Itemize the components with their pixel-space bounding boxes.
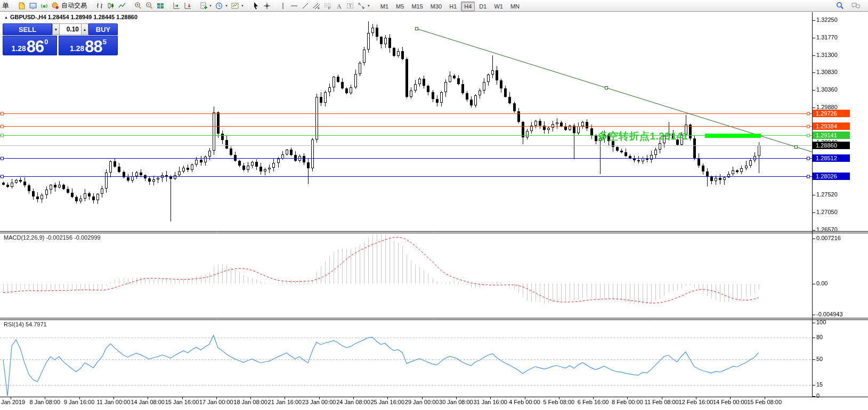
timeframe-button-d1[interactable]: D1 bbox=[476, 2, 490, 11]
timeframe-button-m30[interactable]: M30 bbox=[427, 2, 445, 11]
price-axis-tick: 1.30360 bbox=[816, 86, 838, 93]
price-axis-tick: 1.30830 bbox=[816, 69, 838, 75]
zoom-out-icon[interactable] bbox=[143, 1, 155, 11]
search-icon[interactable] bbox=[834, 1, 846, 11]
level-price-label: 1.29141 bbox=[813, 132, 850, 139]
time-axis-label: 14 Feb 00:00 bbox=[713, 399, 748, 405]
autotrading-icon[interactable] bbox=[50, 1, 61, 11]
fibonacci-icon[interactable]: F bbox=[322, 1, 334, 11]
rsi-axis-tick: 0 bbox=[816, 392, 820, 399]
time-axis-label: 8 Jan 08:00 bbox=[30, 399, 61, 405]
timeframe-button-m5[interactable]: M5 bbox=[393, 2, 407, 11]
time-axis-label: 31 Jan 16:00 bbox=[473, 399, 507, 405]
zoom-in-icon[interactable] bbox=[132, 1, 143, 11]
time-axis-label: 12 Feb 16:00 bbox=[679, 399, 713, 405]
rsi-axis-tick: 50 bbox=[816, 356, 823, 362]
timeframe-button-m1[interactable]: M1 bbox=[377, 2, 392, 11]
sell-price-display[interactable]: 1.28 86 0 bbox=[3, 36, 57, 55]
time-axis-label: 6 Feb 16:00 bbox=[578, 399, 609, 405]
time-axis-label: 7 Jan 2019 bbox=[0, 399, 25, 405]
indicators-icon[interactable] bbox=[198, 1, 209, 11]
chart-shift-icon[interactable] bbox=[182, 1, 193, 11]
timeframe-button-h1[interactable]: H1 bbox=[446, 2, 460, 11]
bar-chart-icon[interactable] bbox=[94, 1, 105, 11]
time-axis-label: 15 Jan 16:00 bbox=[165, 399, 199, 405]
periods-dropdown-caret[interactable]: ▼ bbox=[225, 4, 228, 7]
time-axis-label: 11 Feb 08:00 bbox=[645, 399, 679, 405]
timeframe-button-mn[interactable]: MN bbox=[507, 2, 523, 11]
indicators-dropdown-caret[interactable]: ▼ bbox=[209, 4, 212, 7]
buy-button[interactable]: BUY bbox=[88, 23, 118, 35]
horizontal-line-icon[interactable] bbox=[289, 1, 300, 11]
timeframe-button-m15[interactable]: M15 bbox=[408, 2, 426, 11]
rsi-axis-tick: 80 bbox=[816, 334, 823, 340]
one-click-trading-panel: SELL ▼ 0.10 ▲ BUY 1.28 86 0 1.28 88 5 bbox=[3, 23, 118, 55]
timeframe-button-h4[interactable]: H4 bbox=[461, 2, 475, 11]
time-axis-label: 14 Jan 08:00 bbox=[131, 399, 165, 405]
tile-windows-icon[interactable] bbox=[155, 1, 166, 11]
macd-label: MACD(12,26,9) -0.002156 -0.002999 bbox=[4, 234, 101, 241]
toolbar-separator bbox=[91, 2, 92, 10]
auto-scroll-icon[interactable] bbox=[171, 1, 182, 11]
toolbar-separator bbox=[275, 2, 275, 10]
templates-icon[interactable] bbox=[230, 1, 241, 11]
time-axis-label: 23 Jan 00:00 bbox=[302, 399, 336, 405]
menu-fragment[interactable]: 单 bbox=[2, 1, 9, 11]
text-icon[interactable]: A bbox=[334, 1, 345, 11]
line-chart-icon[interactable] bbox=[116, 1, 127, 11]
turning-point-annotation[interactable]: 多空转折点1.29141 bbox=[598, 129, 688, 143]
arrows-dropdown-caret[interactable]: ▼ bbox=[367, 4, 370, 7]
rsi-axis-tick: 15 bbox=[816, 381, 823, 388]
arrows-icon[interactable] bbox=[356, 1, 367, 11]
chart-canvas[interactable] bbox=[0, 0, 868, 410]
time-axis-label: 24 Jan 08:00 bbox=[336, 399, 370, 405]
chart-title-text: GBPUSD-,H4 1.28454 1.28949 1.28445 1.288… bbox=[10, 14, 137, 20]
price-axis-tick: 1.32250 bbox=[816, 17, 838, 23]
rsi-axis-tick: 100 bbox=[816, 319, 826, 325]
signal-center-icon[interactable] bbox=[38, 1, 50, 11]
collapse-triangle-icon[interactable]: ▲ bbox=[4, 15, 8, 19]
rsi-label: RSI(14) 54.7971 bbox=[4, 321, 47, 327]
volume-increase-button[interactable]: ▲ bbox=[81, 23, 88, 35]
volume-decrease-button[interactable]: ▼ bbox=[52, 23, 60, 35]
periods-icon[interactable] bbox=[214, 1, 225, 11]
level-price-label: 1.28026 bbox=[813, 173, 850, 180]
level-price-label: 1.28512 bbox=[813, 154, 850, 162]
time-axis-label: 17 Jan 00:00 bbox=[199, 399, 233, 405]
sell-button[interactable]: SELL bbox=[3, 23, 52, 35]
sell-price-pips: 86 bbox=[27, 40, 44, 54]
candlestick-chart-icon[interactable] bbox=[105, 1, 116, 11]
svg-text:A: A bbox=[337, 2, 342, 10]
text-label-icon[interactable]: T bbox=[345, 1, 356, 11]
equidistant-channel-icon[interactable]: E bbox=[311, 1, 322, 11]
svg-text:E: E bbox=[318, 6, 320, 10]
time-axis-label: 8 Feb 00:00 bbox=[612, 399, 643, 405]
toolbar-separator bbox=[129, 2, 130, 10]
svg-text:F: F bbox=[328, 6, 330, 10]
time-axis-label: 21 Jan 16:00 bbox=[268, 399, 302, 405]
terminal-icon[interactable] bbox=[27, 1, 38, 11]
buy-price-point: 5 bbox=[103, 38, 107, 45]
vertical-line-icon[interactable] bbox=[278, 1, 289, 11]
timeframe-button-w1[interactable]: W1 bbox=[491, 2, 506, 11]
templates-dropdown-caret[interactable]: ▼ bbox=[241, 4, 244, 7]
current-price-label: 1.28860 bbox=[813, 142, 850, 149]
macd-axis-tick: 0.007216 bbox=[816, 235, 841, 241]
autotrading-label[interactable]: 自动交易 bbox=[61, 1, 87, 10]
toolbar-separator bbox=[195, 2, 196, 10]
time-axis-label: 5 Feb 08:00 bbox=[543, 399, 574, 405]
chat-icon[interactable] bbox=[850, 1, 861, 11]
time-axis-label: 25 Jan 16:00 bbox=[370, 399, 404, 405]
time-axis-label: 4 Feb 00:00 bbox=[509, 399, 540, 405]
cursor-icon[interactable] bbox=[250, 1, 262, 11]
trendline-icon[interactable] bbox=[300, 1, 311, 11]
buy-price-pips: 88 bbox=[85, 40, 102, 54]
crosshair-icon[interactable] bbox=[262, 1, 273, 11]
buy-price-display[interactable]: 1.28 88 5 bbox=[59, 36, 118, 55]
toolbar: 单 自动交易 ▼ ▼ ▼ E F A T ▼ M1M5M15M30H1H4D1W… bbox=[0, 0, 868, 12]
new-order-icon[interactable] bbox=[16, 1, 27, 11]
svg-text:T: T bbox=[349, 3, 352, 9]
timeframe-group: M1M5M15M30H1H4D1W1MN bbox=[377, 1, 523, 11]
toolbar-separator bbox=[374, 2, 375, 10]
volume-input[interactable]: 0.10 bbox=[60, 23, 81, 35]
